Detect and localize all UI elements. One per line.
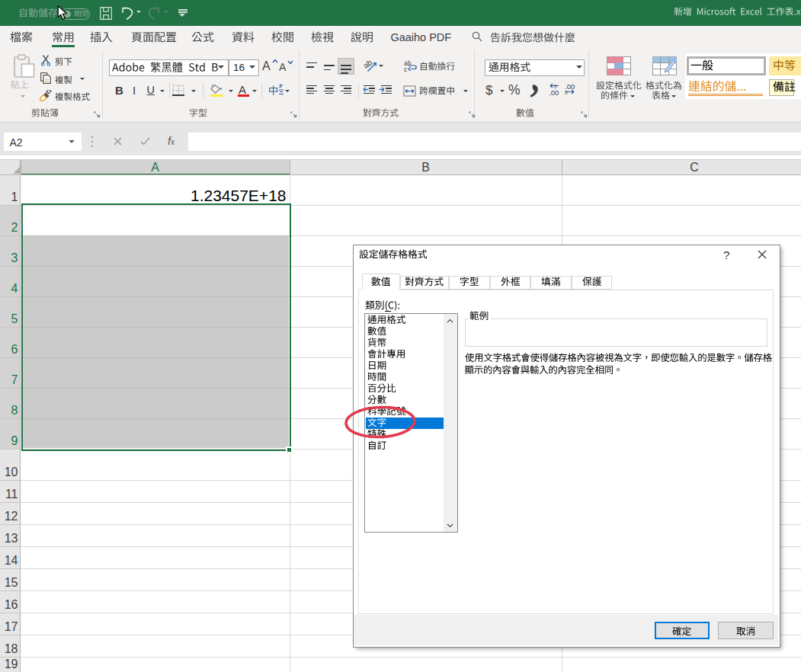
svg-text:0: 0 (554, 84, 557, 89)
svg-text:ab: ab (364, 59, 373, 70)
svg-text:0: 0 (565, 90, 568, 95)
